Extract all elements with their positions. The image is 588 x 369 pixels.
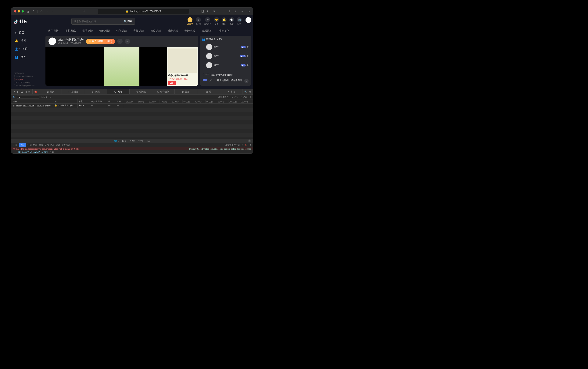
- address-bar[interactable]: 🔒 live.douyin.com/622056402522: [98, 9, 189, 14]
- filter-error[interactable]: 错误: [33, 144, 37, 146]
- import-button[interactable]: ⤓ 导入: [231, 95, 238, 98]
- trash-icon[interactable]: 🗑: [250, 144, 252, 146]
- audience-item[interactable]: –旗***♦ 10: [202, 61, 249, 69]
- nav-follow[interactable]: 👤⁺关注: [14, 45, 41, 53]
- action-bookmark[interactable]: ★收藏网页: [204, 17, 211, 25]
- footer-link[interactable]: 京公网安备: [14, 78, 41, 81]
- col-time[interactable]: 时间: [115, 99, 124, 103]
- search-button[interactable]: 🔍搜索: [121, 18, 135, 24]
- filter-log[interactable]: 日志: [44, 144, 49, 146]
- history-icon[interactable]: ⟳: [40, 10, 43, 13]
- action-upload[interactable]: 📹投稿: [237, 17, 242, 25]
- preserve-icon[interactable]: ⎚: [242, 144, 243, 146]
- filter-eval[interactable]: 评估: [28, 144, 32, 146]
- dock-bottom-icon[interactable]: ⬓: [21, 90, 23, 93]
- console-element-line[interactable]: < › <div class="F0hTnMEn">…</div> = $1: [11, 150, 253, 154]
- filter-info[interactable]: 信息: [50, 144, 54, 146]
- search-icon[interactable]: 🔍: [244, 91, 247, 93]
- audience-item[interactable]: –就***♦ 120: [202, 52, 249, 60]
- category-tab[interactable]: 竞技游戏: [133, 29, 144, 33]
- share-icon[interactable]: ⇪: [234, 10, 238, 13]
- error-badge[interactable]: 1: [34, 91, 37, 93]
- network-filter-input[interactable]: [17, 95, 39, 99]
- footer-link[interactable]: 京ICP备16016397号-3: [14, 75, 41, 78]
- translate-icon[interactable]: 🈂: [201, 10, 204, 13]
- error-source[interactable]: https://lf3-sec.bytetos.com/obj/cookie-p…: [189, 148, 251, 150]
- search-input[interactable]: [71, 18, 121, 24]
- export-button[interactable]: ⤒ 导出: [240, 95, 247, 98]
- tab-console[interactable]: ›_控制台: [62, 89, 84, 94]
- help-icon[interactable]: ?: [244, 79, 249, 83]
- col-name[interactable]: 名称: [11, 99, 53, 103]
- tab-timeline[interactable]: ◷时间线: [130, 89, 152, 94]
- disable-cache-checkbox[interactable]: ☐ 停用缓存: [218, 95, 229, 98]
- close-devtools-icon[interactable]: ✕: [13, 90, 15, 93]
- category-tab[interactable]: 策略游戏: [150, 29, 161, 33]
- close-window-button[interactable]: [14, 10, 16, 12]
- tab-layers[interactable]: ▤层: [197, 89, 220, 94]
- new-tab-icon[interactable]: ＋: [241, 10, 244, 13]
- nav-home[interactable]: ⌂首页: [14, 29, 41, 37]
- footer-link[interactable]: 广播电视节目制作经营许…: [14, 84, 41, 87]
- eye-icon[interactable]: 👁: [15, 144, 17, 146]
- col-type[interactable]: 类型: [78, 99, 90, 103]
- footer-link[interactable]: 2023 © 抖音: [14, 72, 41, 75]
- settings-icon[interactable]: ⚙: [212, 10, 216, 13]
- footer-link[interactable]: 11000002002046号: [14, 81, 41, 84]
- col-transfer[interactable]: 传输…: [107, 99, 115, 103]
- back-button[interactable]: ‹: [46, 10, 49, 13]
- gear-icon[interactable]: ⚙: [249, 91, 251, 93]
- chevron-down-icon[interactable]: ˅: [32, 10, 35, 13]
- category-tab[interactable]: 射击游戏: [167, 29, 178, 33]
- tab-network[interactable]: ⏱网络: [107, 89, 130, 94]
- product-promo[interactable]: 线条小狗Maltese原… 7天无理由退货｜极… ¥36: [167, 47, 198, 86]
- category-tab[interactable]: 娱乐天地: [202, 29, 212, 33]
- prompt-icon[interactable]: ›: [13, 144, 14, 146]
- category-tab[interactable]: 休闲游戏: [116, 29, 127, 33]
- category-tab[interactable]: 卡牌游戏: [184, 29, 195, 33]
- tabs-icon[interactable]: ⧉: [247, 10, 250, 13]
- help-icon[interactable]: ?: [248, 139, 251, 143]
- zoom-window-button[interactable]: [22, 10, 24, 12]
- filter-debug[interactable]: 调试: [56, 144, 60, 146]
- table-row[interactable]: 🗎stream-113114105547587622_or4.flv 🔒 pul…: [11, 104, 253, 108]
- col-domain[interactable]: 域: [53, 99, 78, 103]
- more-button[interactable]: ⋯: [125, 39, 130, 44]
- action-client[interactable]: 🖥客户端: [195, 17, 201, 25]
- action-coin[interactable]: ♪充值币: [187, 17, 193, 25]
- filter-all[interactable]: 全部: [19, 143, 26, 147]
- filter-sources[interactable]: 所有来源 ˅: [61, 144, 71, 146]
- col-initiator[interactable]: 初始化程序: [90, 99, 107, 103]
- action-coop[interactable]: 🤝合作: [214, 17, 219, 25]
- category-tab[interactable]: 角色扮演: [99, 29, 110, 33]
- audience-item[interactable]: –噓***♦ 40: [202, 43, 249, 51]
- join-fan-button[interactable]: ❤ 加入粉丝团 (1抖币): [86, 39, 115, 44]
- group-icon[interactable]: ☰: [50, 96, 51, 98]
- filter-warn[interactable]: 警告: [39, 144, 43, 146]
- action-notify[interactable]: 🔔通知: [222, 17, 227, 25]
- tab-elements[interactable]: ▣元素: [39, 89, 62, 94]
- minimize-window-button[interactable]: [18, 10, 20, 12]
- table-body[interactable]: 🗎stream-113114105547587622_or4.flv 🔒 pul…: [11, 104, 253, 139]
- category-tab[interactable]: 主机游戏: [65, 29, 76, 33]
- clear-button[interactable]: 🗑: [250, 96, 252, 98]
- download-button[interactable]: ⤓: [117, 39, 122, 44]
- console-error-line[interactable]: ⊘ Failed to load resource: the server re…: [11, 147, 253, 150]
- filter-icon[interactable]: ⊚: [13, 96, 15, 98]
- simulate-gesture-checkbox[interactable]: ☐ 模拟用户手势: [225, 144, 240, 146]
- tab-storage[interactable]: ⛁储存空间: [152, 89, 175, 94]
- dock-window-icon[interactable]: ◨: [24, 90, 27, 93]
- tab-audit[interactable]: ✓审核: [220, 89, 243, 94]
- category-tab[interactable]: 棋牌桌游: [82, 29, 93, 33]
- video-player[interactable]: 线条小狗Maltese原… 7天无理由退货｜极… ¥36: [45, 47, 198, 86]
- action-dm[interactable]: 💬私信: [229, 17, 234, 25]
- user-avatar[interactable]: [245, 17, 251, 23]
- logo[interactable]: 抖音: [14, 19, 41, 29]
- forward-button[interactable]: ›: [50, 10, 54, 13]
- tab-graphics[interactable]: ◐图形: [175, 89, 197, 94]
- tab-sources[interactable]: 🗎来源: [84, 89, 107, 94]
- category-tab[interactable]: 科技文化: [219, 29, 229, 33]
- nav-recommend[interactable]: 👍推荐: [14, 37, 41, 45]
- dock-right-icon[interactable]: ◧: [17, 90, 19, 93]
- nav-friends[interactable]: 👥朋友: [14, 53, 41, 61]
